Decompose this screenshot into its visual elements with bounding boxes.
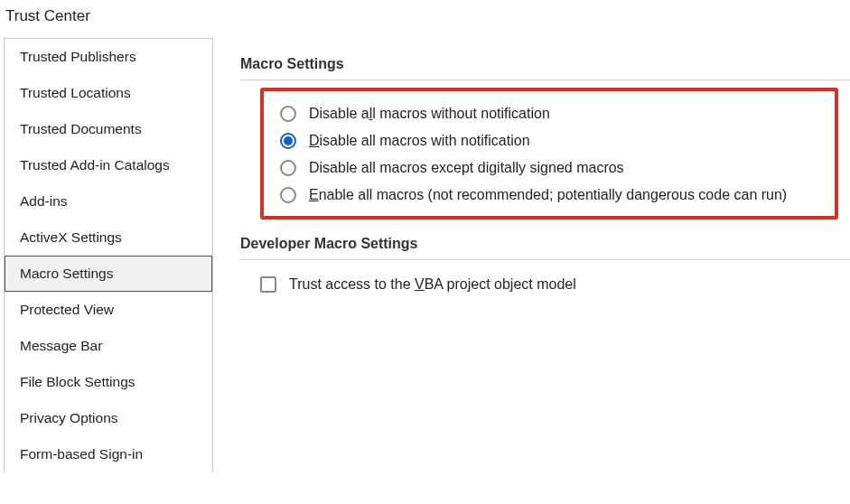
sidebar-item-activex-settings[interactable]: ActiveX Settings <box>5 219 212 256</box>
sidebar-item-add-ins[interactable]: Add-ins <box>5 183 212 219</box>
sidebar-item-trusted-add-in-catalogs[interactable]: Trusted Add-in Catalogs <box>5 147 212 183</box>
macro-radio-3[interactable]: Enable all macros (not recommended; pote… <box>280 182 822 209</box>
radio-label: Disable all macros without notification <box>309 106 550 122</box>
macro-radio-0[interactable]: Disable all macros without notification <box>280 100 822 127</box>
radio-icon <box>280 160 296 176</box>
sidebar-item-protected-view[interactable]: Protected View <box>5 292 212 328</box>
radio-icon <box>280 106 296 122</box>
radio-icon <box>280 187 296 203</box>
radio-label: Enable all macros (not recommended; pote… <box>309 187 787 203</box>
macro-radio-group-highlight: Disable all macros without notificationD… <box>260 88 838 219</box>
divider <box>240 259 850 260</box>
sidebar-item-trusted-publishers[interactable]: Trusted Publishers <box>5 39 212 75</box>
radio-label: Disable all macros with notification <box>309 133 530 149</box>
sidebar-item-trusted-documents[interactable]: Trusted Documents <box>5 111 212 147</box>
sidebar: Trusted PublishersTrusted LocationsTrust… <box>4 38 213 472</box>
checkbox-label: Trust access to the VBA project object m… <box>289 276 576 293</box>
sidebar-item-message-bar[interactable]: Message Bar <box>5 328 212 364</box>
macro-settings-heading: Macro Settings <box>240 56 850 72</box>
developer-macro-settings-heading: Developer Macro Settings <box>240 236 850 252</box>
main-content: Macro Settings Disable all macros withou… <box>240 38 850 472</box>
sidebar-item-privacy-options[interactable]: Privacy Options <box>5 400 212 436</box>
sidebar-item-file-block-settings[interactable]: File Block Settings <box>5 364 212 400</box>
radio-label: Disable all macros except digitally sign… <box>309 160 624 176</box>
page-title: Trust Center <box>0 0 850 38</box>
radio-icon <box>280 133 296 149</box>
macro-radio-1[interactable]: Disable all macros with notification <box>280 127 822 154</box>
sidebar-item-trusted-locations[interactable]: Trusted Locations <box>5 75 212 111</box>
divider <box>240 79 850 80</box>
macro-radio-2[interactable]: Disable all macros except digitally sign… <box>280 154 822 182</box>
trust-vba-checkbox[interactable]: Trust access to the VBA project object m… <box>240 267 850 293</box>
sidebar-item-macro-settings[interactable]: Macro Settings <box>5 256 212 292</box>
checkbox-icon <box>260 276 276 293</box>
sidebar-item-form-based-sign-in[interactable]: Form-based Sign-in <box>5 436 212 472</box>
